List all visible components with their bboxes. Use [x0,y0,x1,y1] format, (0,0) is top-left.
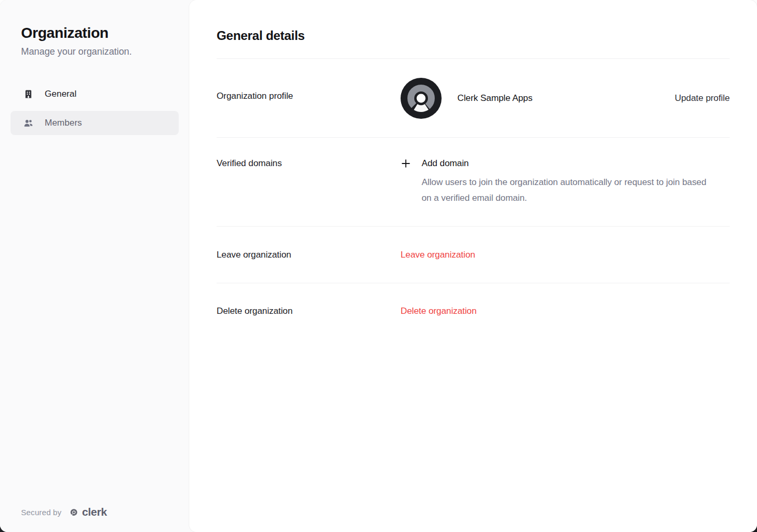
organization-profile-row: Organization profile Clerk Sample Apps U… [217,59,730,137]
sidebar-item-label: Members [45,118,82,128]
organization-avatar [401,78,442,119]
delete-organization-label: Delete organization [217,304,401,318]
sidebar-item-label: General [45,89,76,99]
building-icon [23,89,34,99]
add-domain-description: Allow users to join the organization aut… [422,175,708,206]
leave-organization-label: Leave organization [217,248,401,262]
page-subtitle: Manage your organization. [21,45,168,58]
page-title: Organization [21,24,168,42]
add-domain-button[interactable]: Add domain [401,157,730,170]
organization-name: Clerk Sample Apps [457,93,533,104]
verified-domains-label: Verified domains [217,157,401,206]
sidebar-nav: General Members [11,82,179,135]
section-heading: General details [217,27,730,44]
leave-organization-row: Leave organization Leave organization [217,227,730,283]
plus-icon [401,158,411,169]
clerk-wordmark: clerk [82,506,107,518]
verified-domains-row: Verified domains Add domain Allow users … [217,138,730,226]
clerk-logo-avatar-icon [401,78,442,119]
leave-organization-button[interactable]: Leave organization [401,248,475,262]
sidebar-header: Organization Manage your organization. [21,24,168,58]
delete-organization-button[interactable]: Delete organization [401,304,477,318]
sidebar: Organization Manage your organization. G… [0,0,189,532]
sidebar-item-members[interactable]: Members [11,111,179,135]
sidebar-item-general[interactable]: General [11,82,179,106]
add-domain-label: Add domain [422,157,469,170]
organization-profile-card: Organization Manage your organization. G… [0,0,757,532]
delete-organization-row: Delete organization Delete organization [217,283,730,339]
main-panel: General details Organization profile Cle… [189,0,757,532]
update-profile-button[interactable]: Update profile [675,93,730,104]
organization-profile-content: Clerk Sample Apps Update profile [401,78,730,119]
verified-domains-content: Add domain Allow users to join the organ… [401,157,730,206]
users-icon [23,118,34,128]
organization-profile-label: Organization profile [217,78,401,119]
secured-by-text: Secured by [21,508,62,517]
secured-by-clerk-badge[interactable]: Secured by clerk [21,506,107,518]
clerk-logo-icon [69,507,79,517]
clerk-brand: clerk [69,506,107,518]
